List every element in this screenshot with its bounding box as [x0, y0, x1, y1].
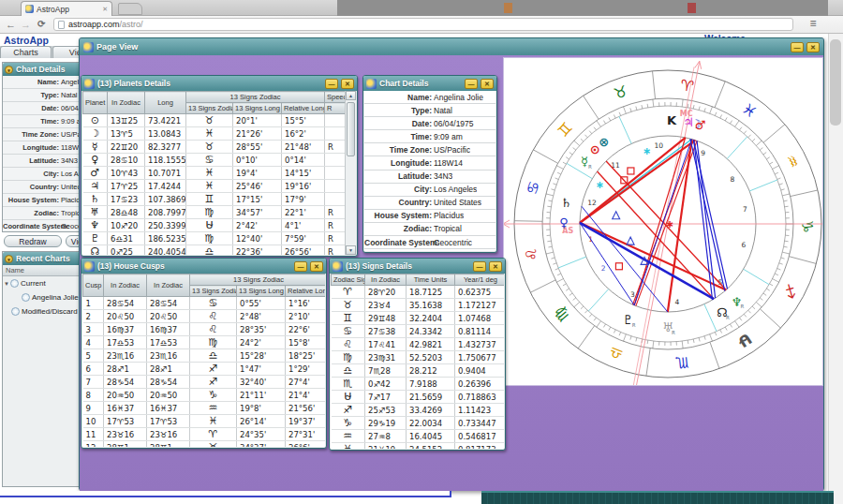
table-cell: 28♊1 — [104, 441, 147, 448]
table-row[interactable]: ♐25♐5333.42691.11423 — [332, 404, 505, 417]
recent-charts-header[interactable]: ▼ Recent Charts — [3, 252, 80, 265]
planets-titlebar[interactable]: (13) Planets Details — ✕ — [81, 76, 357, 91]
collapse-icon[interactable]: ▼ — [5, 255, 13, 263]
table-cell: 20♒50 — [147, 389, 190, 402]
chart-details-window: Chart Details — ✕ Name:Angelina JolieTyp… — [362, 75, 497, 253]
url-host: astroapp.com — [68, 20, 120, 29]
table-cell: ♎ — [186, 245, 233, 256]
table-row[interactable]: 417♎5317♎53♍24°2'15°8' — [83, 336, 326, 349]
table-row[interactable]: ♊29♊4832.24041.07468 — [332, 312, 505, 325]
tree-item-angelina-jolie[interactable]: Angelina Jolie — [3, 290, 80, 304]
browser-scrollbar-thumb[interactable] — [830, 39, 841, 126]
new-tab-button[interactable] — [118, 3, 142, 15]
table-row[interactable]: 1017♈5317♈53♓26°14'19°37' — [83, 415, 326, 428]
table-cell: 250.3399 — [145, 219, 186, 232]
tree-expander-icon[interactable]: ▼ — [3, 281, 10, 287]
table-row[interactable]: 820♒5020♒50♑21°11'21°4' — [83, 389, 326, 402]
table-cell: 27♋38 — [365, 325, 407, 338]
close-icon[interactable]: ✕ — [310, 261, 323, 272]
table-row[interactable]: 628♐128♐1♐1°47'1°29' — [83, 363, 326, 376]
table-row[interactable]: ⊙13♊2573.4221♉20°1'15°5' — [83, 114, 348, 127]
table-row[interactable]: ♀28♋10118.1555♋0°10'0°14' — [83, 154, 348, 167]
table-row[interactable]: ♏0♐427.91880.26396 — [332, 378, 505, 391]
close-icon[interactable]: ✕ — [341, 79, 354, 89]
field-value: 06/04/1975 — [61, 104, 80, 112]
table-cell: 8 — [83, 389, 104, 402]
scroll-up-icon[interactable]: ▲ — [346, 91, 356, 100]
table-row[interactable]: ☿22♊2082.3277♉28°55'21°48'R — [83, 141, 348, 154]
table-cell: 34°37' — [237, 441, 286, 448]
minimize-icon[interactable]: — — [325, 79, 338, 89]
table-cell: 20♒50 — [104, 389, 147, 402]
window-title: (13) House Cusps — [97, 261, 165, 271]
table-row[interactable]: ♈28♈2018.71250.62375 — [332, 286, 505, 299]
browser-tab-astroapp[interactable]: AstroApp ✕ — [21, 1, 112, 16]
table-row[interactable]: ♄17♋23107.3869♊17°15'17°9' — [83, 193, 348, 206]
planets-table-area: Planet In Zodiac Long 13 Signs Zodiac Sp… — [82, 91, 356, 255]
refresh-icon[interactable]: ⟳ — [37, 18, 45, 31]
table-row[interactable]: 728♑5428♑54♐32°40'27°4' — [83, 376, 326, 389]
table-cell: 42.9821 — [407, 338, 455, 351]
table-row[interactable]: ♒27♒816.40450.546817 — [332, 430, 505, 443]
table-row[interactable]: 1228♊128♊1♉34°37'26°6' — [83, 441, 326, 448]
table-cell: 0♐42 — [365, 378, 407, 391]
chart-details-titlebar[interactable]: Chart Details — ✕ — [363, 76, 496, 91]
table-row[interactable]: ☊0♐25240.4054♎22°36'26°56'R — [83, 245, 348, 256]
tree-item-modified[interactable]: Modified/Discard — [3, 304, 80, 319]
back-icon[interactable]: ← — [6, 18, 16, 31]
table-row[interactable]: ♓21♓1924.51520.817173 — [332, 443, 505, 450]
table-cell: 17♈53 — [104, 415, 147, 428]
table-row[interactable]: ♉23♉435.16381.172127 — [332, 299, 505, 312]
table-row[interactable]: ♍23♍3152.52031.750677 — [332, 351, 505, 364]
scroll-thumb[interactable] — [347, 102, 355, 156]
page-view-titlebar[interactable]: Page View — ✕ — [80, 38, 823, 55]
table-row[interactable]: 316♍3716♍37♌28°35'22°6' — [83, 323, 326, 336]
table-cell: 23♉4 — [365, 299, 407, 312]
tree-item-current[interactable]: ▼ Current — [3, 276, 80, 290]
page-view-client: ♋♌♍♎♏U̴♐♑♒♓♈♉♊123456789101112ASMC∗∗∗⊙☽☿R… — [80, 55, 823, 491]
table-row[interactable]: 916♓3716♓37♒19°8'21°56' — [83, 402, 326, 415]
table-row[interactable]: 128♋5428♋54♋0°55'1°16' — [83, 297, 326, 310]
table-row[interactable]: 1123♉1623♉16♈24°35'27°31' — [83, 428, 326, 441]
collapse-icon[interactable]: ▼ — [5, 66, 13, 74]
table-row[interactable]: ♃17♈2517.4244♓25°46'19°16' — [83, 180, 348, 193]
table-row[interactable]: ♅28♎48208.7997♍34°57'22°1'R — [83, 206, 348, 219]
minimize-icon[interactable]: — — [791, 42, 804, 52]
minimize-icon[interactable]: — — [473, 261, 486, 272]
tab-charts[interactable]: Charts — [0, 46, 52, 58]
forward-icon[interactable]: → — [21, 18, 31, 31]
table-row[interactable]: ♂10♈4310.7071♓19°4'14°15' — [83, 167, 348, 180]
table-row[interactable]: ♎7♏2828.2120.9404 — [332, 364, 505, 378]
table-cell: ♑ — [332, 417, 365, 430]
table-row[interactable]: ♋27♋3824.33420.81114 — [332, 325, 505, 338]
chart-details-header[interactable]: ▼ Chart Details — [3, 63, 80, 76]
table-row[interactable]: ♑29♑1922.00340.733447 — [332, 417, 505, 430]
table-row[interactable]: 220♌5020♌50♌2°48'2°10' — [83, 310, 326, 323]
scroll-down-icon[interactable]: ▼ — [346, 245, 356, 255]
window-title: (13) Planets Details — [97, 79, 170, 88]
redraw-button[interactable]: Redraw — [4, 235, 62, 247]
browser-menu-icon[interactable]: ≡ — [804, 17, 822, 31]
table-row[interactable]: ☽13♈513.0843♓21°26'16°2' — [83, 127, 348, 141]
close-icon[interactable]: ✕ — [489, 261, 502, 272]
close-icon[interactable]: ✕ — [481, 79, 494, 89]
minimize-icon[interactable]: — — [465, 79, 478, 89]
table-row[interactable]: ♆10♐20250.3399U̴2°42'4°1'R — [83, 219, 348, 232]
signs-details-titlebar[interactable]: (13) Signs Details — ✕ — [330, 259, 505, 274]
url-bar[interactable]: astroapp.com /astro/ — [53, 18, 793, 31]
table-cell: 32°40' — [237, 376, 286, 389]
table-row[interactable]: U̴7♐1721.56590.718863 — [332, 391, 505, 404]
astroapp-favicon — [25, 5, 34, 13]
table-cell: ☽ — [83, 127, 108, 141]
table-row[interactable]: 523♏1623♏16♎15°28'18°25' — [83, 349, 326, 363]
minimize-icon[interactable]: — — [294, 261, 307, 272]
table-row[interactable]: ♌17♌4142.98211.432737 — [332, 338, 505, 351]
planets-scrollbar[interactable]: ▲ ▼ — [345, 91, 356, 255]
house-cusps-titlebar[interactable]: (13) House Cusps — ✕ — [81, 259, 326, 274]
field-value: 34N3 — [434, 171, 452, 181]
col-header: Relative Long — [282, 103, 325, 114]
table-row[interactable]: ♇6♎31186.5235♍12°40'7°59'R — [83, 232, 348, 245]
close-icon[interactable]: ✕ — [806, 42, 820, 52]
tab-close-icon[interactable]: ✕ — [102, 6, 108, 13]
table-cell: 16♍37 — [104, 323, 147, 336]
